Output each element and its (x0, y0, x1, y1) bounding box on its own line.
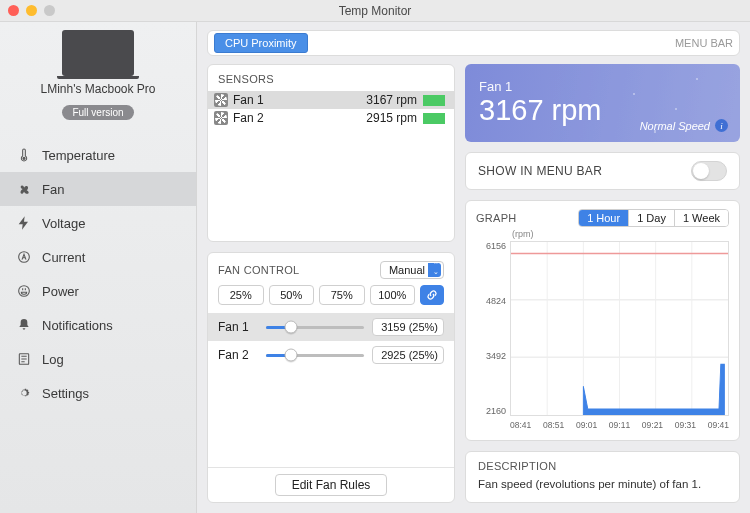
xtick: 09:01 (576, 420, 597, 430)
graph-range-segmented: 1 Hour 1 Day 1 Week (578, 209, 729, 227)
bell-icon (16, 317, 32, 333)
thermometer-icon (16, 147, 32, 163)
ytick: 2160 (476, 406, 506, 416)
fan-control-title: FAN CONTROL (218, 264, 300, 276)
plug-icon (16, 283, 32, 299)
gear-icon (16, 385, 32, 401)
titlebar: Temp Monitor (0, 0, 750, 22)
fan-icon (214, 93, 228, 107)
info-icon[interactable]: i (715, 119, 728, 132)
sensor-value: 2915 rpm (366, 111, 417, 125)
sensor-value: 3167 rpm (366, 93, 417, 107)
sidebar-item-log[interactable]: Log (0, 342, 196, 376)
fan-slider[interactable] (266, 326, 364, 329)
hero-sensor-name: Fan 1 (479, 79, 726, 94)
graph-panel: GRAPH 1 Hour 1 Day 1 Week (rpm) 6156 482… (465, 200, 740, 441)
bolt-icon (16, 215, 32, 231)
log-icon (16, 351, 32, 367)
range-1hour-button[interactable]: 1 Hour (579, 210, 628, 226)
window-title: Temp Monitor (0, 4, 750, 18)
xtick: 09:21 (642, 420, 663, 430)
sidebar-item-voltage[interactable]: Voltage (0, 206, 196, 240)
fan-control-panel: FAN CONTROL Manual 25% 50% 75% 100% (207, 252, 455, 503)
range-1day-button[interactable]: 1 Day (628, 210, 674, 226)
preset-25-button[interactable]: 25% (218, 285, 264, 305)
sensor-row[interactable]: Fan 2 2915 rpm (208, 109, 454, 127)
sensors-panel: SENSORS Fan 1 3167 rpm Fan 2 2915 rpm (207, 64, 455, 242)
window-controls (8, 5, 55, 16)
xtick: 09:31 (675, 420, 696, 430)
range-1week-button[interactable]: 1 Week (674, 210, 728, 226)
sidebar-item-label: Notifications (42, 318, 113, 333)
xtick: 08:41 (510, 420, 531, 430)
hero-status: Normal Speed i (640, 119, 728, 132)
hero-panel: Fan 1 3167 rpm Normal Speed i (465, 64, 740, 142)
mode-select[interactable]: Manual (380, 261, 444, 279)
ytick: 6156 (476, 241, 506, 251)
link-fans-button[interactable] (420, 285, 444, 305)
fan-icon (214, 111, 228, 125)
preset-75-button[interactable]: 75% (319, 285, 365, 305)
sensor-bar (423, 95, 445, 106)
sidebar-item-current[interactable]: Current (0, 240, 196, 274)
fan-value-field[interactable]: 3159 (25%) (372, 318, 444, 336)
svg-point-0 (23, 157, 25, 159)
y-axis: 6156 4824 3492 2160 (476, 241, 506, 416)
sidebar-item-temperature[interactable]: Temperature (0, 138, 196, 172)
fan-name: Fan 2 (218, 348, 258, 362)
sidebar-item-fan[interactable]: Fan (0, 172, 196, 206)
graph-unit: (rpm) (476, 229, 729, 239)
sidebar-item-notifications[interactable]: Notifications (0, 308, 196, 342)
show-in-menubar-row: SHOW IN MENU BAR (465, 152, 740, 190)
fan-control-row[interactable]: Fan 2 2925 (25%) (208, 341, 454, 369)
sidebar-item-label: Voltage (42, 216, 85, 231)
sidebar-item-label: Power (42, 284, 79, 299)
description-title: DESCRIPTION (478, 460, 727, 472)
content: CPU Proximity MENU BAR SENSORS Fan 1 316… (197, 22, 750, 513)
device-block: LMinh's Macbook Pro Full version (0, 26, 196, 132)
x-axis: 08:41 08:51 09:01 09:11 09:21 09:31 09:4… (510, 420, 729, 430)
zoom-icon[interactable] (44, 5, 55, 16)
close-icon[interactable] (8, 5, 19, 16)
description-text: Fan speed (revolutions per minute) of fa… (478, 478, 727, 490)
xtick: 09:41 (708, 420, 729, 430)
fan-icon (16, 181, 32, 197)
fan-slider[interactable] (266, 354, 364, 357)
sidebar-item-settings[interactable]: Settings (0, 376, 196, 410)
sidebar-item-label: Current (42, 250, 85, 265)
description-panel: DESCRIPTION Fan speed (revolutions per m… (465, 451, 740, 503)
preset-50-button[interactable]: 50% (269, 285, 315, 305)
fan-control-row[interactable]: Fan 1 3159 (25%) (208, 313, 454, 341)
topbar: CPU Proximity MENU BAR (207, 30, 740, 56)
sidebar-item-label: Temperature (42, 148, 115, 163)
show-in-menubar-label: SHOW IN MENU BAR (478, 164, 602, 178)
ampere-icon (16, 249, 32, 265)
sidebar: LMinh's Macbook Pro Full version Tempera… (0, 22, 197, 513)
ytick: 3492 (476, 351, 506, 361)
hero-status-text: Normal Speed (640, 120, 710, 132)
sensor-bar (423, 113, 445, 124)
xtick: 08:51 (543, 420, 564, 430)
preset-100-button[interactable]: 100% (370, 285, 416, 305)
graph-title: GRAPH (476, 212, 517, 224)
plot-area (510, 241, 729, 416)
edit-fan-rules-button[interactable]: Edit Fan Rules (275, 474, 388, 496)
xtick: 09:11 (609, 420, 630, 430)
link-icon (426, 289, 438, 301)
show-in-menubar-switch[interactable] (691, 161, 727, 181)
sensor-chip[interactable]: CPU Proximity (214, 33, 308, 53)
mode-select-value: Manual (380, 261, 444, 279)
sensor-row[interactable]: Fan 1 3167 rpm (208, 91, 454, 109)
sensors-title: SENSORS (208, 65, 454, 91)
menubar-button[interactable]: MENU BAR (675, 37, 733, 49)
sidebar-item-label: Log (42, 352, 64, 367)
fan-value-field[interactable]: 2925 (25%) (372, 346, 444, 364)
license-badge: Full version (62, 105, 133, 120)
laptop-icon (62, 30, 134, 76)
sidebar-item-label: Settings (42, 386, 89, 401)
minimize-icon[interactable] (26, 5, 37, 16)
sidebar-item-power[interactable]: Power (0, 274, 196, 308)
fan-name: Fan 1 (218, 320, 258, 334)
graph-plot: 6156 4824 3492 2160 (476, 241, 729, 430)
device-name: LMinh's Macbook Pro (0, 82, 196, 96)
